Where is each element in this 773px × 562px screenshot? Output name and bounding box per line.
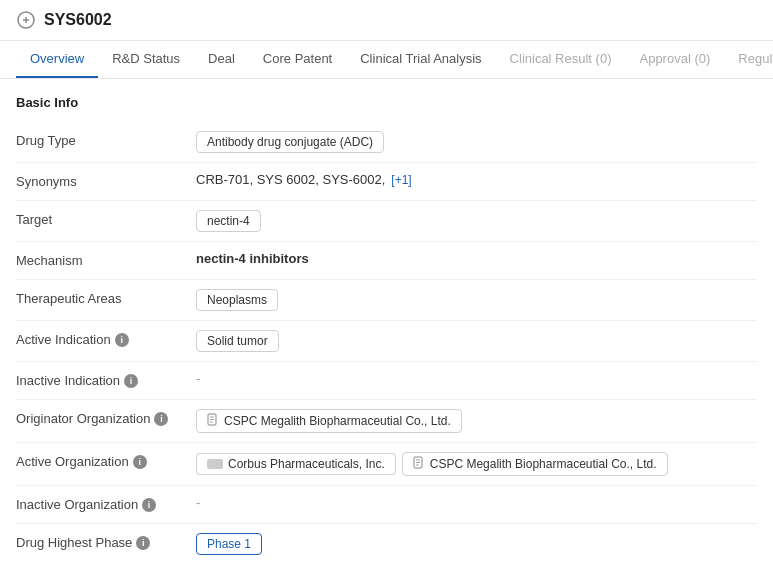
info-icon-drug-highest-phase[interactable]: i [136, 536, 150, 550]
label-synonyms: Synonyms [16, 172, 196, 189]
org-tag-originator-org-0[interactable]: CSPC Megalith Biopharmaceutial Co., Ltd. [196, 409, 462, 433]
doc-icon [413, 456, 425, 472]
content-area: Basic Info Drug TypeAntibody drug conjug… [0, 79, 773, 562]
page-header: SYS6002 [0, 0, 773, 41]
label-active-org: Active Organizationi [16, 452, 196, 469]
tag-drug-type-0: Antibody drug conjugate (ADC) [196, 131, 384, 153]
label-originator-org: Originator Organizationi [16, 409, 196, 426]
tab-deal[interactable]: Deal [194, 41, 249, 78]
value-synonyms: CRB-701, SYS 6002, SYS-6002, [+1] [196, 172, 757, 187]
value-drug-highest-phase: Phase 1 [196, 533, 757, 555]
label-target: Target [16, 210, 196, 227]
tab-core-patent[interactable]: Core Patent [249, 41, 346, 78]
dash-inactive-org: - [196, 495, 200, 510]
value-therapeutic-areas: Neoplasms [196, 289, 757, 311]
drug-title: SYS6002 [44, 11, 112, 29]
row-active-org: Active OrganizationiCorbus Pharmaceutica… [16, 443, 757, 486]
label-drug-type: Drug Type [16, 131, 196, 148]
row-target: Targetnectin-4 [16, 201, 757, 242]
value-active-indication: Solid tumor [196, 330, 757, 352]
tab-rd-status[interactable]: R&D Status [98, 41, 194, 78]
dash-inactive-indication: - [196, 371, 200, 386]
section-title: Basic Info [16, 95, 757, 110]
drug-icon [16, 10, 36, 30]
row-drug-type: Drug TypeAntibody drug conjugate (ADC) [16, 122, 757, 163]
info-icon-inactive-org[interactable]: i [142, 498, 156, 512]
org-name: CSPC Megalith Biopharmaceutial Co., Ltd. [430, 457, 657, 471]
row-synonyms: SynonymsCRB-701, SYS 6002, SYS-6002, [+1… [16, 163, 757, 201]
row-originator-org: Originator OrganizationiCSPC Megalith Bi… [16, 400, 757, 443]
org-tag-active-org-1[interactable]: CSPC Megalith Biopharmaceutial Co., Ltd. [402, 452, 668, 476]
row-inactive-org: Inactive Organizationi- [16, 486, 757, 524]
row-inactive-indication: Inactive Indicationi- [16, 362, 757, 400]
label-mechanism: Mechanism [16, 251, 196, 268]
row-mechanism: Mechanismnectin-4 inhibitors [16, 242, 757, 280]
phase-tag: Phase 1 [196, 533, 262, 555]
info-icon-active-indication[interactable]: i [115, 333, 129, 347]
info-icon-inactive-indication[interactable]: i [124, 374, 138, 388]
value-inactive-org: - [196, 495, 757, 510]
value-drug-type: Antibody drug conjugate (ADC) [196, 131, 757, 153]
row-active-indication: Active IndicationiSolid tumor [16, 321, 757, 362]
doc-icon [207, 413, 219, 429]
info-table: Drug TypeAntibody drug conjugate (ADC)Sy… [16, 122, 757, 562]
tab-approval: Approval (0) [625, 41, 724, 78]
label-inactive-org: Inactive Organizationi [16, 495, 196, 512]
info-icon-active-org[interactable]: i [133, 455, 147, 469]
tag-therapeutic-areas-0: Neoplasms [196, 289, 278, 311]
row-drug-highest-phase: Drug Highest PhaseiPhase 1 [16, 524, 757, 562]
tab-clinical-trial-analysis[interactable]: Clinical Trial Analysis [346, 41, 495, 78]
org-name: Corbus Pharmaceuticals, Inc. [228, 457, 385, 471]
tab-clinical-result: Clinical Result (0) [496, 41, 626, 78]
bold-mechanism: nectin-4 inhibitors [196, 251, 309, 266]
tag-active-indication-0: Solid tumor [196, 330, 279, 352]
tag-target-0: nectin-4 [196, 210, 261, 232]
value-mechanism: nectin-4 inhibitors [196, 251, 757, 266]
value-originator-org: CSPC Megalith Biopharmaceutial Co., Ltd. [196, 409, 757, 433]
label-active-indication: Active Indicationi [16, 330, 196, 347]
value-active-org: Corbus Pharmaceuticals, Inc.CSPC Megalit… [196, 452, 757, 476]
synonyms-text: CRB-701, SYS 6002, SYS-6002, [196, 172, 385, 187]
nav-tabs: OverviewR&D StatusDealCore PatentClinica… [0, 41, 773, 79]
label-inactive-indication: Inactive Indicationi [16, 371, 196, 388]
org-tag-active-org-0[interactable]: Corbus Pharmaceuticals, Inc. [196, 453, 396, 475]
org-name: CSPC Megalith Biopharmaceutial Co., Ltd. [224, 414, 451, 428]
label-drug-highest-phase: Drug Highest Phasei [16, 533, 196, 550]
tab-regulation: Regulation (0) [724, 41, 773, 78]
synonyms-link[interactable]: [+1] [391, 173, 411, 187]
info-icon-originator-org[interactable]: i [154, 412, 168, 426]
row-therapeutic-areas: Therapeutic AreasNeoplasms [16, 280, 757, 321]
label-therapeutic-areas: Therapeutic Areas [16, 289, 196, 306]
value-inactive-indication: - [196, 371, 757, 386]
tab-overview[interactable]: Overview [16, 41, 98, 78]
value-target: nectin-4 [196, 210, 757, 232]
corbus-icon [207, 459, 223, 469]
